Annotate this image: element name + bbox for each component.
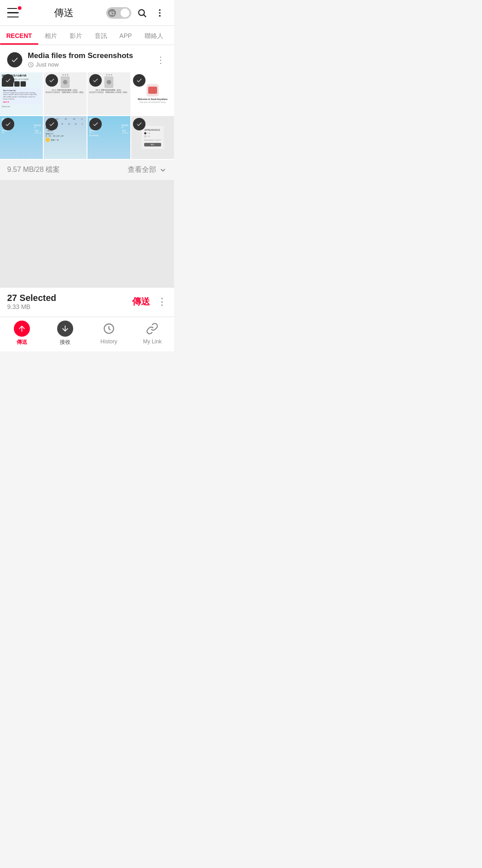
group-check[interactable] bbox=[7, 52, 22, 67]
thumb-check-2 bbox=[46, 74, 58, 87]
time-label: Just now bbox=[36, 61, 58, 68]
thumb-check-3 bbox=[89, 74, 102, 87]
thumbnail-item-2[interactable]: Se•••• 需要存取您的硬碟（必須） 請也授予位置資訊、相機及聯絡人存取權（建… bbox=[44, 72, 87, 115]
tab-contacts[interactable]: 聯絡人 bbox=[138, 26, 170, 45]
tab-videos[interactable]: 影片 bbox=[63, 26, 88, 45]
tab-audio[interactable]: 音訊 bbox=[88, 26, 113, 45]
app-header: 傳送 bbox=[0, 0, 174, 26]
thumbnail-item-5[interactable]: 詳細資料 今日概況 氣溫18° | 28° 體感溫度25° 降雨機率5% 風速2… bbox=[0, 116, 43, 159]
mylink-nav-icon-wrap bbox=[144, 321, 160, 337]
thumbnail-item-4[interactable]: Welcome to Send Anywhere Easy, quick, an… bbox=[131, 72, 174, 115]
send-button[interactable]: 傳送 bbox=[132, 296, 150, 308]
selected-info: 27 Selected 9.33 MB bbox=[7, 293, 56, 310]
thumbnail-grid: 請輸入收者流六位數代碼 六位六位數代碼將在 09:51 內結期 Here's h… bbox=[0, 72, 174, 116]
tab-recent[interactable]: RECENT bbox=[0, 26, 38, 45]
search-button[interactable] bbox=[135, 6, 149, 20]
svg-point-3 bbox=[159, 12, 161, 14]
svg-point-2 bbox=[159, 9, 161, 11]
tab-photos[interactable]: 相片 bbox=[38, 26, 63, 45]
navigation-bar: 傳送 接收 History My Link bbox=[0, 317, 174, 351]
send-nav-icon-wrap bbox=[14, 321, 30, 337]
menu-button[interactable] bbox=[7, 7, 21, 19]
nav-item-history[interactable]: History bbox=[87, 321, 131, 346]
menu-line-3 bbox=[7, 17, 19, 18]
thumbnail-item-6[interactable]: 24°23° 22° 21° 21° 2 17🌙1920212 接下來數天 一週… bbox=[44, 116, 87, 159]
history-nav-icon-wrap bbox=[101, 321, 117, 337]
thumbnail-grid-row2: 詳細資料 今日概況 氣溫18° | 28° 體感溫度25° 降雨機率5% 風速2… bbox=[0, 116, 174, 160]
bottom-more-button[interactable]: ⋮ bbox=[157, 296, 167, 308]
overflow-menu-button[interactable] bbox=[153, 6, 167, 20]
selected-size: 9.33 MB bbox=[7, 303, 56, 310]
nav-item-receive[interactable]: 接收 bbox=[44, 321, 87, 346]
file-group-name: Media files from Screenshots bbox=[28, 51, 154, 60]
svg-point-0 bbox=[139, 9, 145, 15]
file-group-header: Media files from Screenshots Just now ⋮ bbox=[0, 45, 174, 72]
thumbnail-item-3[interactable]: Se•••• 需要存取您的硬碟（必須） 請也授予位置資訊、相機及聯絡人存取權（建… bbox=[87, 72, 130, 115]
thumb-check-8 bbox=[133, 118, 145, 130]
nav-item-send[interactable]: 傳送 bbox=[0, 321, 44, 346]
nav-item-mylink[interactable]: My Link bbox=[131, 321, 175, 346]
thumbnail-item-7[interactable]: 詳細資料 今日概況 氣溫18° | 28° 體感溫度25° 降雨機率5% 風速2… bbox=[87, 116, 130, 159]
page-title: 傳送 bbox=[21, 6, 106, 20]
tab-app[interactable]: APP bbox=[113, 26, 138, 45]
file-group-info: Media files from Screenshots Just now bbox=[28, 51, 154, 68]
selection-bar: 27 Selected 9.33 MB 傳送 ⋮ bbox=[0, 287, 174, 317]
file-size-bar: 9.57 MB/28 檔案 查看全部 bbox=[0, 160, 174, 180]
cast-toggle[interactable] bbox=[106, 7, 131, 19]
thumb-check-1 bbox=[2, 74, 14, 87]
notification-badge bbox=[17, 5, 22, 11]
toggle-knob bbox=[120, 8, 129, 17]
empty-area bbox=[0, 180, 174, 287]
receive-nav-icon-wrap bbox=[57, 321, 73, 337]
thumb-check-5 bbox=[2, 118, 14, 130]
svg-point-4 bbox=[159, 15, 161, 17]
thumb-check-7 bbox=[89, 118, 102, 130]
main-content: Media files from Screenshots Just now ⋮ … bbox=[0, 45, 174, 287]
menu-line-2 bbox=[7, 12, 19, 13]
group-more-button[interactable]: ⋮ bbox=[154, 53, 167, 67]
bottom-bar-actions: 傳送 ⋮ bbox=[132, 296, 167, 308]
thumb-check-6 bbox=[46, 118, 58, 130]
thumb-check-4 bbox=[133, 74, 145, 87]
thumbnail-item-8[interactable]: APPEARANCE ° C ° F Pick between °C and °… bbox=[131, 116, 174, 159]
receive-nav-label: 接收 bbox=[60, 338, 71, 346]
view-all-button[interactable]: 查看全部 bbox=[128, 165, 167, 175]
header-actions bbox=[106, 6, 167, 20]
file-group-time: Just now bbox=[28, 61, 154, 68]
file-size-label: 9.57 MB/28 檔案 bbox=[7, 165, 60, 175]
history-nav-label: History bbox=[100, 338, 117, 345]
thumbnail-item-1[interactable]: 請輸入收者流六位數代碼 六位六位數代碼將在 09:51 內結期 Here's h… bbox=[0, 72, 43, 115]
svg-line-1 bbox=[144, 15, 146, 17]
selected-count: 27 Selected bbox=[7, 293, 56, 303]
cast-icon bbox=[108, 9, 116, 17]
mylink-nav-label: My Link bbox=[143, 338, 162, 345]
send-nav-label: 傳送 bbox=[17, 338, 27, 346]
category-tabs: RECENT 相片 影片 音訊 APP 聯絡人 bbox=[0, 26, 174, 45]
